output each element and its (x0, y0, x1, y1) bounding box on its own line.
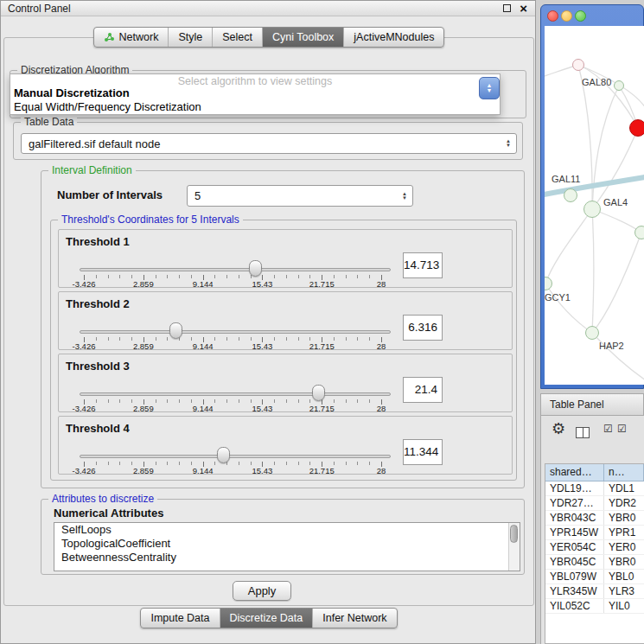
table-data-value: galFiltered.sif default node (29, 137, 160, 150)
threshold-value-field[interactable]: 6.316 (403, 315, 443, 341)
thresholds-group-label: Threshold's Coordinates for 5 Intervals (58, 214, 243, 226)
column-header-name[interactable]: n… (604, 464, 644, 481)
table-cell: YIL0 (604, 599, 644, 613)
slider-scale-label: 15.43 (252, 279, 273, 289)
control-panel-window: Control Panel × NetworkStyleSelectCyni T… (0, 0, 536, 644)
table-data-group-label: Table Data (21, 116, 77, 128)
slider-scale-label: 21.715 (309, 466, 335, 475)
network-node[interactable] (629, 119, 644, 137)
slider-thumb[interactable] (169, 322, 182, 339)
threshold-slider[interactable]: -3.4262.8599.14415.4321.71528 (80, 384, 391, 413)
close-icon[interactable]: × (520, 1, 527, 16)
close-window-icon[interactable] (547, 10, 558, 22)
network-node[interactable] (572, 59, 584, 71)
algorithm-dropdown-popup: Select algorithm to view settings Manual… (10, 73, 501, 115)
columns-icon[interactable] (576, 427, 590, 438)
table-cell: YPR1 (604, 526, 644, 539)
threshold-slider[interactable]: -3.4262.8599.14415.4321.71528 (80, 259, 391, 289)
tab-style[interactable]: Style (168, 28, 212, 47)
slider-thumb[interactable] (312, 385, 325, 401)
table-panel-title: Table Panel (550, 399, 604, 411)
slider-scale-label: 21.715 (309, 341, 335, 351)
slider-scale-label: 28 (377, 279, 386, 289)
slider-thumb[interactable] (249, 260, 262, 277)
network-node[interactable] (634, 226, 644, 239)
thresholds-group: Threshold's Coordinates for 5 Intervals … (50, 220, 517, 481)
network-node[interactable] (585, 326, 599, 340)
threshold-panel-4: Threshold 4-3.4262.8599.14415.4321.71528… (58, 416, 513, 475)
table-row[interactable]: YBR045CYBR0 (545, 555, 644, 570)
network-canvas[interactable]: GAL80GAL11GAL4GCY1HAP2 (545, 26, 644, 385)
tab-cyni-toolbox[interactable]: Cyni Toolbox (262, 28, 343, 47)
threshold-value-field[interactable]: 11.344 (403, 439, 443, 465)
bottom-tab-bar: Impute DataDiscretize DataInfer Network (1, 608, 537, 628)
bottom-tab-infer-network[interactable]: Infer Network (312, 609, 396, 628)
slider-scale: -3.4262.8599.14415.4321.71528 (84, 341, 381, 351)
column-header-shared-name[interactable]: shared… (545, 464, 604, 481)
gear-icon[interactable]: ⚙ (552, 419, 565, 438)
threshold-value-field[interactable]: 14.713 (403, 252, 443, 278)
combo-arrows-icon: ▲▼ (506, 139, 511, 148)
show-all-columns-icon[interactable]: ☑ (603, 423, 613, 435)
slider-track (80, 268, 391, 271)
table-row[interactable]: YDR27…YDR2 (545, 496, 644, 511)
tab-label: Style (178, 31, 202, 43)
tab-label: Impute Data (150, 612, 209, 624)
attributes-group-label: Attributes to discretize (48, 493, 157, 505)
threshold-slider[interactable]: -3.4262.8599.14415.4321.71528 (80, 446, 391, 475)
network-node[interactable] (564, 188, 577, 202)
combo-stepper-icon[interactable]: ▲▼ (479, 77, 500, 99)
table-row[interactable]: YLR345WYLR3 (545, 584, 644, 599)
network-node-label: GAL11 (552, 174, 580, 184)
minimize-window-icon[interactable] (561, 10, 572, 22)
table-cell: YBR043C (545, 511, 604, 525)
table-row[interactable]: YBR043CYBR0 (545, 511, 644, 526)
tab-jactivemnodules[interactable]: jActiveMNodules (343, 28, 443, 47)
table-cell: YLR3 (604, 584, 644, 598)
table-row[interactable]: YIL052CYIL0 (545, 599, 644, 614)
tab-label: jActiveMNodules (354, 31, 434, 43)
zoom-window-icon[interactable] (575, 10, 586, 22)
table-panel: ⚙ ☑ ☑ shared… n… YDL19…YDL1YDR27…YDR2YBR… (540, 416, 644, 644)
network-node-label: GAL80 (582, 77, 611, 87)
attribute-list-item[interactable]: BetweennessCentrality (54, 551, 520, 564)
select-columns-icon[interactable]: ☑ (617, 423, 627, 435)
slider-scale-label: 15.43 (252, 341, 273, 351)
bottom-tab-impute-data[interactable]: Impute Data (141, 609, 219, 628)
threshold-value-field[interactable]: 21.4 (403, 377, 443, 403)
tab-select[interactable]: Select (212, 28, 262, 47)
scrollbar-thumb[interactable] (510, 525, 518, 543)
table-row[interactable]: YDL19…YDL1 (545, 481, 644, 496)
table-data-select[interactable]: galFiltered.sif default node ▲▼ (21, 133, 517, 154)
table-row[interactable]: YBL079WYBL0 (545, 570, 644, 584)
algorithm-option[interactable]: Equal Width/Frequency Discretization (10, 100, 500, 114)
network-node[interactable] (583, 201, 601, 218)
slider-scale-label: 28 (377, 341, 386, 351)
desktop: Control Panel × NetworkStyleSelectCyni T… (0, 0, 644, 644)
tab-label: Network (119, 31, 159, 43)
table-cell: YBR0 (604, 555, 644, 569)
scrollbar[interactable] (508, 523, 520, 571)
slider-track (80, 392, 391, 396)
table-cell: YBR045C (545, 555, 604, 569)
top-tab-bar: NetworkStyleSelectCyni ToolboxjActiveMNo… (1, 27, 537, 48)
table-cell: YBL0 (604, 570, 644, 583)
table-row[interactable]: YER054CYER0 (545, 540, 644, 555)
slider-scale-label: 2.859 (133, 466, 154, 475)
slider-scale-label: 15.43 (252, 466, 273, 475)
float-window-icon[interactable] (503, 4, 511, 12)
table-cell: YIL052C (545, 599, 604, 613)
slider-scale-label: -3.426 (73, 341, 96, 351)
threshold-slider[interactable]: -3.4262.8599.14415.4321.71528 (80, 322, 391, 351)
num-intervals-select[interactable]: 5 ▲▼ (187, 185, 413, 207)
attribute-list-item[interactable]: TopologicalCoefficient (54, 537, 520, 551)
slider-thumb[interactable] (217, 447, 230, 463)
apply-button[interactable]: Apply (233, 581, 291, 601)
tab-network[interactable]: Network (94, 28, 169, 47)
bottom-tab-discretize-data[interactable]: Discretize Data (220, 609, 313, 628)
combo-arrows-icon: ▲▼ (402, 192, 407, 201)
attribute-list-item[interactable]: SelfLoops (54, 523, 520, 537)
table-row[interactable]: YPR145WYPR1 (545, 526, 644, 540)
algorithm-option[interactable]: Manual Discretization (10, 86, 500, 100)
network-node[interactable] (614, 80, 624, 91)
